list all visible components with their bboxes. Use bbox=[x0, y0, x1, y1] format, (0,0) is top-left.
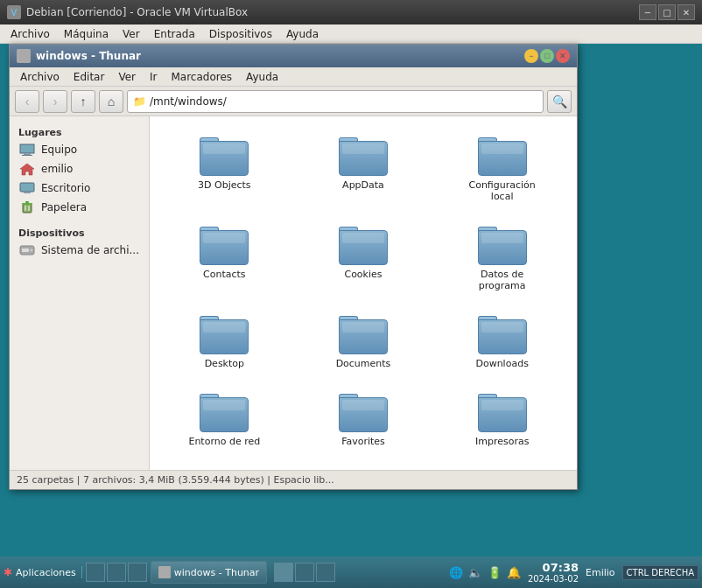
sidebar-label-escritorio: Escritorio bbox=[41, 182, 90, 194]
sidebar-item-sistema[interactable]: Sistema de archi... bbox=[10, 241, 149, 260]
sidebar-item-equipo[interactable]: Equipo bbox=[10, 140, 149, 159]
thunar-toolbar: ‹ › ↑ ⌂ 📁 /mnt/windows/ 🔍 bbox=[10, 87, 577, 116]
file-label: Cookies bbox=[344, 269, 382, 280]
thunar-menu-ayuda[interactable]: Ayuda bbox=[239, 69, 285, 85]
file-item[interactable]: Desktop bbox=[157, 302, 292, 376]
vbox-window-controls: − □ ✕ bbox=[639, 4, 695, 20]
sidebar-item-emilio[interactable]: emilio bbox=[10, 159, 149, 178]
file-label: Contacts bbox=[203, 269, 246, 280]
workspace-3[interactable] bbox=[128, 563, 147, 582]
thunar-menu-ver[interactable]: Ver bbox=[111, 69, 143, 85]
sidebar-item-papelera[interactable]: Papelera bbox=[10, 198, 149, 217]
thunar-menu-editar[interactable]: Editar bbox=[67, 69, 112, 85]
battery-icon: 🔋 bbox=[488, 566, 502, 579]
workspace-2[interactable] bbox=[107, 563, 126, 582]
file-item[interactable]: AppData bbox=[296, 123, 432, 209]
forward-button[interactable]: › bbox=[43, 90, 67, 113]
vbox-title-text: Debian [Corriendo] - Oracle VM VirtualBo… bbox=[26, 6, 248, 18]
file-item[interactable]: Favorites bbox=[296, 380, 432, 454]
taskbar-user: Emilio bbox=[586, 567, 615, 578]
taskbar-right: 🌐 🔈 🔋 🔔 07:38 2024-03-02 Emilio CTRL DER… bbox=[449, 561, 698, 584]
thunar-menu-archivo[interactable]: Archivo bbox=[13, 69, 67, 85]
thunar-sidebar: Lugares Equipo emilio bbox=[10, 116, 150, 470]
search-button[interactable]: 🔍 bbox=[547, 90, 572, 113]
vbox-title-left: V Debian [Corriendo] - Oracle VM Virtual… bbox=[7, 5, 248, 19]
file-item[interactable]: Downloads bbox=[434, 302, 570, 376]
vbox-menu-ver[interactable]: Ver bbox=[116, 26, 147, 42]
taskbar-apps[interactable]: ✱ Aplicaciones bbox=[4, 566, 82, 578]
folder-icon bbox=[474, 220, 530, 265]
vbox-maximize-button[interactable]: □ bbox=[658, 4, 676, 20]
thunar-close-button[interactable]: ✕ bbox=[556, 49, 570, 63]
file-item[interactable]: Entorno de red bbox=[157, 380, 292, 454]
thunar-menu-ir[interactable]: Ir bbox=[143, 69, 164, 85]
file-item[interactable]: 3D Objects bbox=[157, 123, 292, 209]
folder-body bbox=[339, 141, 388, 176]
desktop-icon bbox=[18, 181, 36, 195]
file-item[interactable]: Impresoras bbox=[434, 380, 570, 454]
trash-icon bbox=[18, 200, 36, 214]
file-label: 3D Objects bbox=[198, 179, 251, 191]
folder-icon bbox=[335, 387, 391, 432]
taskbar-thunar-window[interactable]: windows - Thunar bbox=[151, 561, 267, 584]
devices-section-title: Dispositivos bbox=[10, 224, 149, 241]
thunar-maximize-button[interactable]: □ bbox=[540, 49, 554, 63]
thunar-minimize-button[interactable]: − bbox=[524, 49, 538, 63]
volume-icon: 🔈 bbox=[468, 566, 482, 579]
file-label: Impresoras bbox=[475, 436, 529, 447]
folder-body bbox=[200, 230, 249, 265]
folder-body bbox=[200, 397, 249, 432]
workspace-1[interactable] bbox=[86, 563, 105, 582]
folder-icon bbox=[335, 309, 391, 354]
folder-body bbox=[478, 230, 527, 265]
file-item[interactable]: Contacts bbox=[157, 213, 292, 298]
workspace-5[interactable] bbox=[295, 563, 314, 582]
thunar-app-icon bbox=[17, 49, 31, 63]
vbox-menu-entrada[interactable]: Entrada bbox=[147, 26, 202, 42]
file-item[interactable]: Cookies bbox=[296, 213, 432, 298]
thunar-content: 3D Objects AppData Configuración local C… bbox=[150, 116, 577, 470]
folder-icon bbox=[196, 220, 252, 265]
file-label: Favorites bbox=[341, 436, 385, 447]
back-button[interactable]: ‹ bbox=[15, 90, 39, 113]
vbox-menu-dispositivos[interactable]: Dispositivos bbox=[202, 26, 279, 42]
folder-icon bbox=[474, 387, 530, 432]
vbox-close-button[interactable]: ✕ bbox=[677, 4, 695, 20]
folder-icon bbox=[335, 220, 391, 265]
thunar-title-text: windows - Thunar bbox=[36, 50, 141, 62]
workspace-6[interactable] bbox=[316, 563, 335, 582]
thunar-body: Lugares Equipo emilio bbox=[10, 116, 577, 470]
folder-body bbox=[478, 397, 527, 432]
vbox-menu-archivo[interactable]: Archivo bbox=[4, 26, 57, 42]
thunar-window: windows - Thunar − □ ✕ Archivo Editar Ve… bbox=[9, 44, 578, 490]
file-item[interactable]: Documents bbox=[296, 302, 432, 376]
address-bar[interactable]: 📁 /mnt/windows/ bbox=[127, 90, 544, 113]
vbox-minimize-button[interactable]: − bbox=[639, 4, 656, 20]
clock-time: 07:38 bbox=[528, 561, 579, 574]
home-button[interactable]: ⌂ bbox=[99, 90, 123, 113]
file-item[interactable]: Configuración local bbox=[434, 123, 570, 209]
file-label: Downloads bbox=[475, 358, 528, 369]
svg-rect-0 bbox=[20, 144, 34, 153]
file-item[interactable]: Datos de programa bbox=[434, 213, 570, 298]
workspace-4[interactable] bbox=[274, 563, 293, 582]
vbox-menubar: Archivo Máquina Ver Entrada Dispositivos… bbox=[0, 24, 702, 44]
file-grid: 3D Objects AppData Configuración local C… bbox=[157, 123, 570, 454]
network-icon: 🌐 bbox=[449, 566, 463, 579]
folder-body bbox=[478, 319, 527, 354]
sidebar-label-emilio: emilio bbox=[41, 163, 73, 175]
vbox-menu-ayuda[interactable]: Ayuda bbox=[279, 26, 326, 42]
sidebar-item-escritorio[interactable]: Escritorio bbox=[10, 178, 149, 198]
svg-rect-5 bbox=[24, 192, 31, 193]
vbox-menu-maquina[interactable]: Máquina bbox=[57, 26, 116, 42]
folder-body bbox=[339, 397, 388, 432]
file-label: AppData bbox=[342, 179, 384, 191]
clock-date: 2024-03-02 bbox=[528, 574, 579, 584]
address-text: /mnt/windows/ bbox=[150, 95, 537, 108]
svg-point-12 bbox=[30, 248, 33, 252]
folder-body bbox=[478, 141, 527, 176]
thunar-menu-marcadores[interactable]: Marcadores bbox=[164, 69, 239, 85]
up-button[interactable]: ↑ bbox=[71, 90, 95, 113]
folder-body bbox=[339, 230, 388, 265]
vbox-app-icon: V bbox=[7, 5, 21, 19]
